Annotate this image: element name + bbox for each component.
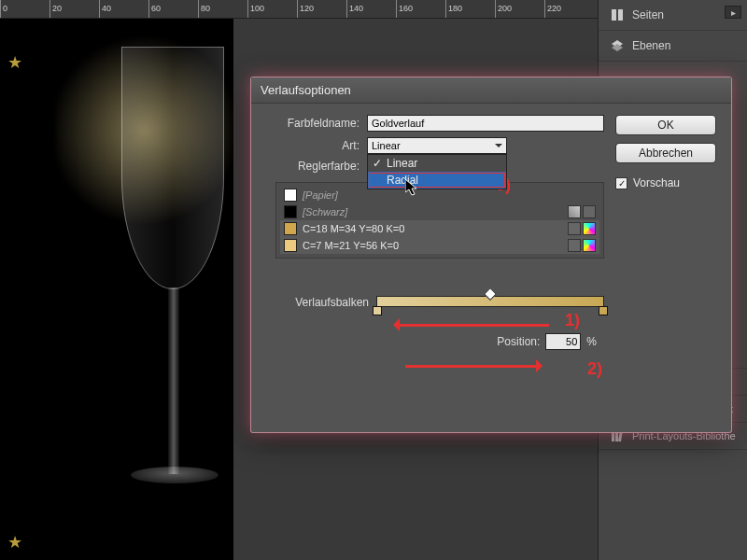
gradient-midpoint-handle[interactable] — [484, 287, 497, 301]
swatch-name: [Papier] — [303, 189, 596, 201]
champagne-glass-graphic — [112, 47, 233, 551]
position-label: Position: — [497, 335, 540, 348]
swatch-row-gold2[interactable]: C=7 M=21 Y=56 K=0 — [280, 237, 599, 254]
panel-collapse-button[interactable]: ▸ — [725, 6, 741, 19]
svg-marker-3 — [612, 44, 623, 51]
swatch-name: C=18 M=34 Y=80 K=0 — [303, 223, 562, 234]
gradient-type-dropdown-list: Linear Radial — [367, 154, 507, 189]
svg-rect-1 — [618, 9, 623, 21]
star-icon: ★ — [7, 532, 22, 553]
ruler-horizontal: 0 20 40 60 80 100 120 140 160 180 200 22… — [0, 0, 598, 19]
panel-label: Seiten — [632, 8, 664, 21]
swatch-name: [Schwarz] — [303, 206, 562, 217]
swatch-name: C=7 M=21 Y=56 K=0 — [303, 240, 562, 251]
gradient-stop-left[interactable] — [373, 306, 382, 315]
layers-icon — [610, 38, 625, 53]
star-icon: ★ — [7, 52, 22, 73]
swatch-chip — [284, 222, 297, 235]
gradient-ramp[interactable] — [376, 296, 604, 307]
preview-label: Vorschau — [633, 176, 680, 189]
stop-color-swatch-list[interactable]: [Papier] [Schwarz] C=18 M=34 Y=80 K=0 C=… — [275, 182, 604, 259]
panel-label: Ebenen — [632, 39, 670, 52]
swatch-chip — [284, 189, 297, 202]
gradient-type-option-linear[interactable]: Linear — [368, 155, 506, 172]
position-input[interactable] — [545, 333, 581, 350]
swatch-chip — [284, 239, 297, 252]
svg-rect-0 — [612, 9, 616, 21]
swatch-type-icons — [568, 222, 596, 235]
gradient-type-label: Art: — [266, 139, 359, 152]
gradient-type-option-radial[interactable]: Radial — [368, 172, 506, 189]
swatch-type-icons — [568, 205, 596, 218]
swatch-name-label: Farbfeldname: — [266, 117, 359, 130]
dialog-title: Verlaufsoptionen — [251, 77, 731, 104]
stop-color-label: Reglerfarbe: — [266, 160, 359, 173]
swatch-row-schwarz[interactable]: [Schwarz] — [280, 203, 599, 220]
panel-ebenen[interactable]: Ebenen — [599, 31, 747, 62]
pages-icon — [610, 7, 625, 22]
gradient-stop-right[interactable] — [599, 306, 608, 315]
gradient-ramp-label: Verlaufsbalken — [275, 296, 369, 309]
position-unit: % — [586, 335, 597, 348]
swatch-chip — [284, 205, 297, 218]
gradient-options-dialog: Verlaufsoptionen Farbfeldname: Art: Line… — [250, 77, 732, 433]
checkbox-icon: ✓ — [615, 177, 627, 189]
document-page[interactable]: ★ DINNER IN THE DARK ★ — [0, 19, 233, 560]
gradient-type-dropdown[interactable]: Linear — [367, 137, 507, 154]
swatch-row-gold1[interactable]: C=18 M=34 Y=80 K=0 — [280, 220, 599, 237]
ok-button[interactable]: OK — [615, 115, 716, 135]
preview-checkbox[interactable]: ✓ Vorschau — [615, 176, 716, 189]
swatch-type-icons — [568, 239, 596, 252]
cancel-button[interactable]: Abbrechen — [615, 143, 716, 163]
swatch-name-input[interactable] — [367, 115, 604, 132]
